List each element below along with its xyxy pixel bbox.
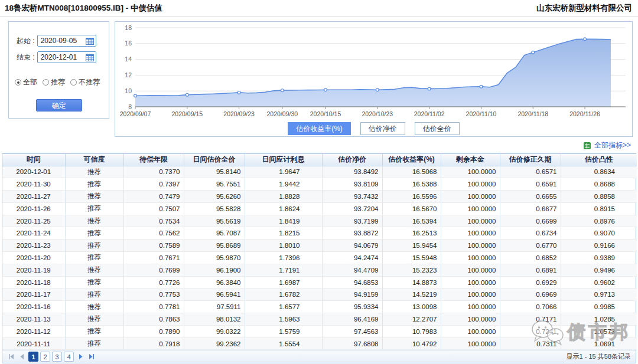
table-row[interactable]: 2020-11-12推荐0.789099.03221.575997.456310… (2, 325, 637, 337)
cell-value: 0.8858 (561, 191, 637, 203)
svg-text:16: 16 (125, 40, 132, 47)
cell-value: 0.7589 (123, 240, 184, 252)
cell-value: 0.7507 (123, 202, 184, 215)
page-number-1[interactable]: 1 (28, 352, 38, 362)
calendar-icon[interactable] (86, 54, 94, 61)
svg-text:2020/09/23: 2020/09/23 (223, 110, 255, 117)
cell-credibility: 推荐 (65, 313, 123, 326)
tab-full-price[interactable]: 估价全价 (415, 122, 460, 135)
cell-value: 99.2362 (184, 337, 245, 350)
table-row[interactable]: 2020-11-20推荐0.767195.98701.739694.247415… (2, 252, 637, 264)
cell-value: 1.6577 (245, 301, 322, 313)
radio-recommended[interactable]: 推荐 (43, 77, 65, 87)
page-number-4[interactable]: 4 (64, 352, 74, 362)
cell-value: 0.9166 (561, 240, 637, 252)
cell-value: 0.6655 (500, 191, 561, 203)
start-date-label: 起始 : (17, 36, 35, 46)
table-row[interactable]: 2020-11-26推荐0.750795.58281.862493.720416… (2, 202, 637, 215)
col-header-modified-duration: 估价修正久期 (500, 154, 561, 166)
cell-value: 0.7781 (123, 301, 184, 313)
svg-text:12: 12 (125, 71, 132, 78)
cell-value: 95.9870 (184, 252, 245, 264)
cell-value: 1.5759 (245, 325, 322, 337)
table-row[interactable]: 2020-11-23推荐0.758995.86891.801094.067915… (2, 240, 637, 252)
cell-value: 0.9389 (561, 252, 637, 264)
valuation-table-body: 2020-12-01推荐0.737095.81401.964793.849216… (2, 166, 637, 350)
cell-value: 100.0000 (441, 288, 500, 301)
start-date-input[interactable]: 2020-09-05 (37, 35, 96, 47)
table-row[interactable]: 2020-11-11推荐0.791899.23621.555497.680810… (2, 337, 637, 350)
radio-dot (15, 79, 21, 86)
cell-date: 2020-11-17 (2, 288, 65, 301)
cell-value: 100.0000 (441, 166, 500, 178)
all-indicators-link[interactable]: 全部指标>> (594, 140, 631, 150)
cell-value: 97.4563 (322, 325, 382, 337)
cell-date: 2020-11-23 (2, 240, 65, 252)
table-row[interactable]: 2020-11-30推荐0.739795.75511.944293.810916… (2, 178, 637, 191)
cell-value: 98.0132 (184, 313, 245, 326)
cell-value: 95.8689 (184, 240, 245, 252)
cell-value: 0.9602 (561, 276, 637, 288)
radio-not-recommended[interactable]: 不推荐 (70, 77, 100, 87)
cell-credibility: 推荐 (65, 178, 123, 191)
radio-dot (43, 79, 49, 86)
cell-value: 14.8873 (382, 276, 441, 288)
prev-page-icon[interactable] (18, 353, 26, 361)
cell-value: 94.0679 (322, 240, 382, 252)
cell-credibility: 推荐 (65, 240, 123, 252)
cell-value: 0.7863 (123, 313, 184, 326)
end-date-input[interactable]: 2020-12-01 (37, 51, 96, 63)
calendar-icon[interactable] (86, 37, 94, 45)
table-row[interactable]: 2020-12-01推荐0.737095.81401.964793.849216… (2, 166, 637, 178)
cell-date: 2020-12-01 (2, 166, 65, 178)
credibility-radio-group: 全部 推荐 不推荐 (15, 77, 109, 87)
cell-value: 1.8215 (245, 227, 322, 240)
cell-value: 0.7890 (123, 325, 184, 337)
cell-value: 0.7311 (500, 337, 561, 350)
svg-text:2020/11/18: 2020/11/18 (517, 110, 548, 117)
tab-yield[interactable]: 估价收益率(%) (288, 122, 351, 135)
table-row[interactable]: 2020-11-18推荐0.772696.38401.698794.685314… (2, 276, 637, 288)
cell-value: 95.5619 (184, 215, 245, 227)
cell-value: 0.6591 (500, 178, 561, 191)
table-row[interactable]: 2020-11-17推荐0.775396.59411.678294.915914… (2, 288, 637, 301)
table-row[interactable]: 2020-11-27推荐0.747995.62601.882893.743216… (2, 191, 637, 203)
table-row[interactable]: 2020-11-24推荐0.756295.70871.821593.887216… (2, 227, 637, 240)
cell-value: 0.6929 (500, 276, 561, 288)
page-number-2[interactable]: 2 (40, 352, 50, 362)
tab-net-price[interactable]: 估价净价 (360, 122, 405, 135)
page-title: 18鲁宏桥MTN008[101800955.IB] - 中债估值 (5, 3, 162, 14)
table-row[interactable]: 2020-11-19推荐0.769996.19001.719194.470915… (2, 264, 637, 276)
cell-date: 2020-11-11 (2, 337, 65, 350)
cell-value: 94.9159 (322, 288, 382, 301)
export-excel-icon[interactable] (583, 142, 591, 150)
cell-value: 0.8915 (561, 202, 637, 215)
confirm-button[interactable]: 确定 (36, 99, 82, 112)
table-row[interactable]: 2020-11-16推荐0.778197.59111.657795.933413… (2, 301, 637, 313)
cell-date: 2020-11-13 (2, 313, 65, 326)
table-row[interactable]: 2020-11-13推荐0.786398.01321.596396.416912… (2, 313, 637, 326)
next-page-icon[interactable] (76, 353, 84, 361)
col-header-net-price: 估价净价 (322, 154, 382, 166)
cell-value: 10.4792 (382, 337, 441, 350)
cell-value: 1.8419 (245, 215, 322, 227)
cell-value: 0.7699 (123, 264, 184, 276)
radio-all[interactable]: 全部 (15, 77, 37, 87)
last-page-icon[interactable] (87, 353, 95, 361)
table-row[interactable]: 2020-11-25推荐0.753495.56191.841993.719916… (2, 215, 637, 227)
cell-value: 100.0000 (441, 178, 500, 191)
cell-value: 0.6891 (500, 264, 561, 276)
cell-credibility: 推荐 (65, 301, 123, 313)
cell-value: 0.7171 (500, 313, 561, 326)
cell-value: 0.7370 (123, 166, 184, 178)
cell-value: 0.7241 (500, 325, 561, 337)
cell-value: 100.0000 (441, 276, 500, 288)
cell-value: 1.7191 (245, 264, 322, 276)
page-number-3[interactable]: 3 (52, 352, 62, 362)
cell-value: 16.5394 (382, 215, 441, 227)
first-page-icon[interactable] (7, 353, 15, 361)
cell-value: 0.7753 (123, 288, 184, 301)
cell-value: 0.9496 (561, 264, 637, 276)
cell-value: 0.8688 (561, 178, 637, 191)
cell-value: 0.7562 (123, 227, 184, 240)
